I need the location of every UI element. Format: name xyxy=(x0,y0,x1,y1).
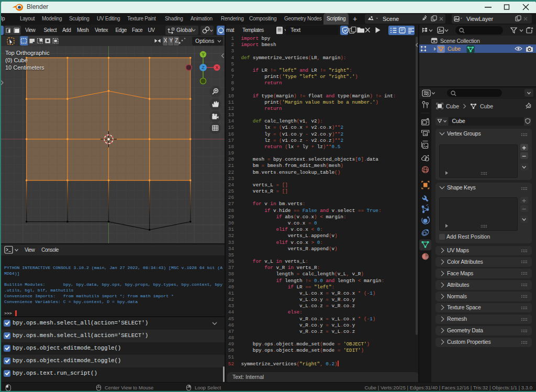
svg-text:Z: Z xyxy=(202,65,205,70)
svg-text:X: X xyxy=(215,65,218,70)
svg-text:Y: Y xyxy=(202,52,205,57)
